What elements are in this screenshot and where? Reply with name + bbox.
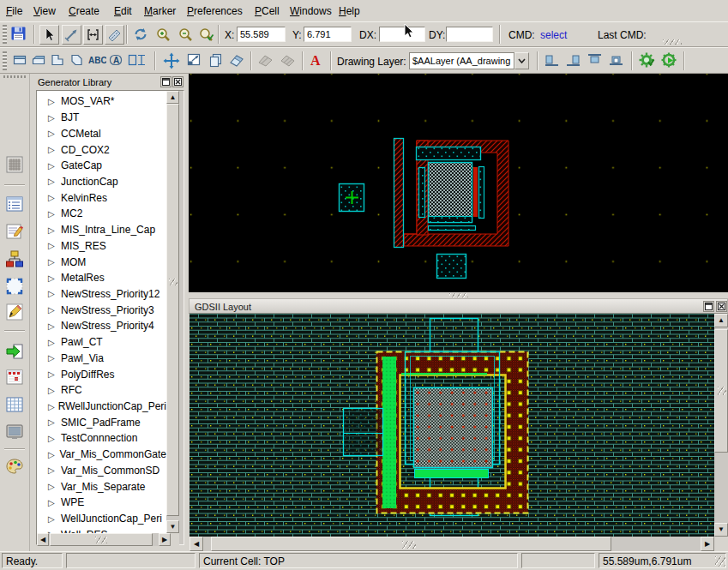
toolbar-resize-grip[interactable] [663, 39, 682, 45]
expand-icon[interactable]: ▷ [48, 305, 61, 315]
menu-windows[interactable]: Windows [290, 5, 332, 17]
library-scroll-right[interactable]: ▶ [159, 533, 171, 546]
cell-list-icon[interactable] [5, 195, 24, 213]
expand-icon[interactable]: ▷ [48, 225, 61, 235]
stretch-edge-button[interactable] [83, 25, 103, 45]
tree-item-WellJunctionCap_Peri[interactable]: ▷WellJunctionCap_Peri [37, 511, 166, 527]
expand-icon[interactable]: ▷ [48, 402, 58, 411]
align-bottom-button[interactable] [608, 53, 624, 67]
tree-item-Var_Mis_Separate[interactable]: ▷Var_Mis_Separate [37, 478, 166, 495]
expand-icon[interactable]: ▷ [48, 289, 61, 298]
expand-icon[interactable]: ▷ [48, 193, 61, 202]
expand-icon[interactable]: ▷ [48, 498, 61, 507]
expand-icon[interactable]: ▷ [48, 338, 61, 347]
hierarchy-icon[interactable] [5, 249, 24, 268]
tree-item-NewStress_Priority12[interactable]: ▷NewStress_Priority12 [37, 286, 166, 303]
expand-icon[interactable]: ▷ [48, 145, 61, 154]
tree-item-PolyDiffRes[interactable]: ▷PolyDiffRes [37, 366, 166, 382]
pattern-stamp-1-button[interactable] [257, 52, 274, 68]
expand-icon[interactable]: ▷ [48, 465, 61, 475]
library-scroll-up[interactable]: ▲ [166, 91, 179, 104]
gds-hscrollbar[interactable]: ◀ ▶ [190, 537, 728, 551]
expand-icon[interactable]: ▷ [48, 482, 61, 491]
net-label-tool-button[interactable]: A [308, 51, 323, 69]
gds-hscroll-thumb[interactable] [211, 537, 611, 551]
refresh-button[interactable] [131, 25, 150, 44]
gds-vscroll-thumb[interactable] [714, 329, 728, 453]
calendar-icon[interactable] [5, 368, 24, 387]
tree-item-MC2[interactable]: ▷MC2 [37, 206, 166, 222]
menu-preferences[interactable]: Preferences [187, 5, 243, 17]
layout-canvas[interactable] [189, 74, 728, 292]
tree-item-MIS_Intra_Line_Cap[interactable]: ▷MIS_Intra_Line_Cap [37, 222, 166, 238]
expand-icon[interactable]: ▷ [48, 161, 61, 171]
tree-item-RWellJunctionCap_Peri[interactable]: ▷RWellJunctionCap_Peri [37, 399, 166, 415]
tree-item-KelvinRes[interactable]: ▷KelvinRes [37, 189, 166, 206]
expand-icon[interactable]: ▷ [48, 386, 61, 395]
tree-item-SMIC_PadFrame[interactable]: ▷SMIC_PadFrame [37, 414, 166, 430]
expand-icon[interactable]: ▷ [48, 129, 61, 138]
menu-pcell[interactable]: PCell [255, 5, 280, 17]
menu-help[interactable]: Help [339, 5, 360, 17]
zoom-in-button[interactable] [153, 25, 172, 44]
expand-icon[interactable]: ▷ [48, 369, 61, 379]
tree-item-Well_RES[interactable]: ▷Well_RES [37, 526, 166, 533]
menu-marker[interactable]: Marker [144, 5, 176, 17]
tree-item-TestConnnection[interactable]: ▷TestConnnection [37, 430, 166, 447]
expand-icon[interactable]: ▷ [48, 353, 61, 363]
import-arrow-icon[interactable] [5, 342, 24, 361]
drawing-layer-select[interactable]: $AALayer (AA_drawing [409, 52, 514, 69]
gds-scroll-right[interactable]: ▶ [701, 537, 714, 551]
verify-run-button[interactable] [638, 51, 656, 69]
tree-item-WPE[interactable]: ▷WPE [37, 495, 166, 511]
move-tool-button[interactable] [163, 52, 180, 69]
gds-scroll-left[interactable]: ◀ [190, 537, 203, 551]
tree-item-NewStress_Priority4[interactable]: ▷NewStress_Priority4 [37, 318, 166, 334]
pane-splitter[interactable] [189, 292, 728, 298]
screen-capture-icon[interactable] [5, 423, 24, 441]
dx-input[interactable] [379, 27, 425, 42]
library-scroll-down[interactable]: ▼ [166, 520, 179, 533]
align-top-button[interactable] [587, 53, 603, 67]
gds-restore-button[interactable] [703, 301, 714, 312]
align-right-button[interactable] [565, 53, 581, 67]
expand-icon[interactable]: ▷ [48, 97, 61, 106]
color-palette-icon[interactable] [5, 457, 24, 476]
expand-icon[interactable]: ▷ [48, 241, 61, 250]
gds-vscrollbar[interactable]: ▲ ▼ [714, 314, 728, 537]
measure-arrow-button[interactable] [62, 25, 81, 45]
gds-window-titlebar[interactable]: GDSII Layout [189, 298, 728, 314]
menu-create[interactable]: Create [69, 5, 99, 17]
tree-item-MetalRes[interactable]: ▷MetalRes [37, 270, 166, 286]
expand-icon[interactable]: ▷ [48, 273, 61, 283]
menu-view[interactable]: View [33, 5, 56, 17]
tree-item-Var_Mis_CommonGate[interactable]: ▷Var_Mis_CommonGate [37, 447, 166, 463]
expand-icon[interactable]: ▷ [48, 209, 61, 219]
align-left-button[interactable] [544, 53, 560, 67]
zoom-check-button[interactable] [196, 25, 215, 44]
cmd-value[interactable]: select [540, 29, 567, 41]
expand-icon[interactable]: ▷ [48, 514, 61, 524]
gds-canvas[interactable] [190, 314, 714, 537]
menu-file[interactable]: File [6, 5, 22, 17]
box-tool-button[interactable] [12, 52, 27, 68]
polygon-45-tool-button[interactable] [69, 52, 84, 68]
pattern-stamp-2-button[interactable] [280, 52, 297, 68]
draw-pencil-icon[interactable] [5, 303, 24, 321]
sidebar-grip[interactable] [3, 75, 26, 78]
fill-pattern-icon[interactable] [5, 155, 24, 174]
library-hscroll-thumb[interactable] [50, 533, 153, 546]
expand-icon[interactable]: ▷ [48, 177, 61, 186]
tree-item-Var_Mis_CommonSD[interactable]: ▷Var_Mis_CommonSD [37, 463, 166, 479]
y-input[interactable]: 6.791 [304, 27, 352, 42]
drawing-layer-dropdown-arrow[interactable] [514, 52, 529, 69]
library-vscroll-thumb[interactable] [166, 104, 179, 516]
expand-icon[interactable]: ▷ [48, 434, 61, 443]
tree-item-JunctionCap[interactable]: ▷JunctionCap [37, 174, 166, 190]
verify-settings-button[interactable] [660, 51, 678, 69]
x-input[interactable]: 55.589 [237, 27, 286, 42]
tree-item-CCMetal[interactable]: ▷CCMetal [37, 125, 166, 141]
select-cursor-button[interactable] [39, 25, 59, 45]
gds-scroll-up[interactable]: ▲ [714, 314, 728, 327]
tree-item-Pawl_Via[interactable]: ▷Pawl_Via [37, 351, 166, 367]
